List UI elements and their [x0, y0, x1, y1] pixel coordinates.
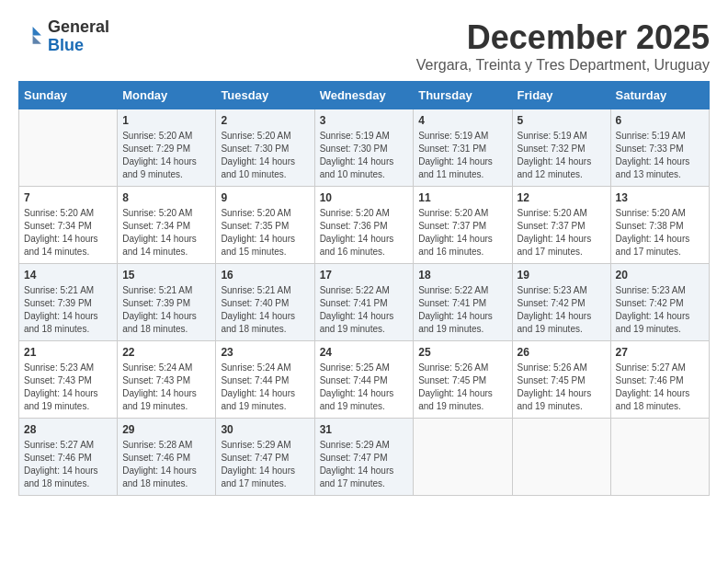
- day-info: Sunrise: 5:19 AM Sunset: 7:31 PM Dayligh…: [418, 130, 506, 181]
- day-number: 5: [518, 114, 606, 127]
- calendar-cell: 21 Sunrise: 5:23 AM Sunset: 7:43 PM Dayl…: [19, 341, 118, 419]
- calendar-cell: 29 Sunrise: 5:28 AM Sunset: 7:46 PM Dayl…: [118, 419, 216, 496]
- sunrise-text: Sunrise: 5:20 AM: [122, 208, 192, 218]
- sunrise-text: Sunrise: 5:20 AM: [122, 131, 192, 141]
- daylight-text: Daylight: 14 hours and 11 minutes.: [418, 156, 493, 179]
- sunset-text: Sunset: 7:34 PM: [24, 221, 92, 231]
- daylight-text: Daylight: 14 hours and 17 minutes.: [518, 234, 592, 257]
- day-number: 9: [221, 191, 309, 204]
- daylight-text: Daylight: 14 hours and 19 minutes.: [320, 388, 394, 411]
- sunset-text: Sunset: 7:43 PM: [122, 375, 190, 385]
- daylight-text: Daylight: 14 hours and 14 minutes.: [122, 234, 197, 257]
- sunrise-text: Sunrise: 5:19 AM: [320, 131, 390, 141]
- sunrise-text: Sunrise: 5:23 AM: [24, 362, 94, 373]
- calendar-cell: 8 Sunrise: 5:20 AM Sunset: 7:34 PM Dayli…: [118, 187, 216, 264]
- calendar-cell: [610, 419, 709, 496]
- daylight-text: Daylight: 14 hours and 18 minutes.: [24, 465, 98, 488]
- calendar-table: SundayMondayTuesdayWednesdayThursdayFrid…: [18, 81, 710, 496]
- sunset-text: Sunset: 7:34 PM: [122, 221, 190, 231]
- sunset-text: Sunset: 7:42 PM: [616, 298, 684, 308]
- day-info: Sunrise: 5:27 AM Sunset: 7:46 PM Dayligh…: [616, 362, 704, 413]
- calendar-cell: 20 Sunrise: 5:23 AM Sunset: 7:42 PM Dayl…: [610, 264, 709, 341]
- calendar-cell: 10 Sunrise: 5:20 AM Sunset: 7:36 PM Dayl…: [314, 187, 414, 264]
- day-info: Sunrise: 5:22 AM Sunset: 7:41 PM Dayligh…: [418, 284, 506, 336]
- sunset-text: Sunset: 7:31 PM: [418, 144, 486, 154]
- daylight-text: Daylight: 14 hours and 18 minutes.: [122, 465, 197, 488]
- daylight-text: Daylight: 14 hours and 18 minutes.: [221, 311, 295, 334]
- day-number: 27: [616, 346, 704, 359]
- day-info: Sunrise: 5:19 AM Sunset: 7:33 PM Dayligh…: [616, 130, 704, 181]
- day-info: Sunrise: 5:20 AM Sunset: 7:38 PM Dayligh…: [616, 207, 704, 259]
- day-info: Sunrise: 5:25 AM Sunset: 7:44 PM Dayligh…: [320, 362, 409, 413]
- day-info: Sunrise: 5:20 AM Sunset: 7:34 PM Dayligh…: [24, 207, 112, 259]
- day-number: 28: [24, 423, 112, 436]
- sunrise-text: Sunrise: 5:19 AM: [418, 131, 488, 141]
- day-number: 22: [122, 346, 210, 359]
- sunset-text: Sunset: 7:37 PM: [418, 221, 486, 231]
- calendar-cell: 5 Sunrise: 5:19 AM Sunset: 7:32 PM Dayli…: [512, 109, 610, 187]
- sunset-text: Sunset: 7:47 PM: [320, 453, 388, 463]
- calendar-cell: 4 Sunrise: 5:19 AM Sunset: 7:31 PM Dayli…: [414, 109, 512, 187]
- day-info: Sunrise: 5:19 AM Sunset: 7:32 PM Dayligh…: [518, 130, 606, 181]
- day-info: Sunrise: 5:20 AM Sunset: 7:29 PM Dayligh…: [122, 130, 210, 181]
- weekday-header-wednesday: Wednesday: [314, 82, 414, 109]
- day-info: Sunrise: 5:20 AM Sunset: 7:37 PM Dayligh…: [418, 207, 506, 259]
- day-number: 19: [518, 269, 606, 282]
- sunrise-text: Sunrise: 5:21 AM: [122, 285, 192, 295]
- calendar-cell: 9 Sunrise: 5:20 AM Sunset: 7:35 PM Dayli…: [216, 187, 314, 264]
- calendar-week-2: 7 Sunrise: 5:20 AM Sunset: 7:34 PM Dayli…: [19, 187, 710, 264]
- sunset-text: Sunset: 7:46 PM: [24, 453, 92, 463]
- sunrise-text: Sunrise: 5:23 AM: [518, 285, 587, 295]
- calendar-cell: 12 Sunrise: 5:20 AM Sunset: 7:37 PM Dayl…: [512, 187, 610, 264]
- sunrise-text: Sunrise: 5:25 AM: [320, 362, 390, 373]
- day-info: Sunrise: 5:29 AM Sunset: 7:47 PM Dayligh…: [221, 439, 309, 490]
- logo: General Blue: [18, 18, 109, 55]
- daylight-text: Daylight: 14 hours and 18 minutes.: [24, 311, 98, 334]
- daylight-text: Daylight: 14 hours and 18 minutes.: [122, 311, 197, 334]
- calendar-cell: 14 Sunrise: 5:21 AM Sunset: 7:39 PM Dayl…: [19, 264, 118, 341]
- daylight-text: Daylight: 14 hours and 19 minutes.: [518, 311, 592, 334]
- daylight-text: Daylight: 14 hours and 15 minutes.: [221, 234, 295, 257]
- daylight-text: Daylight: 14 hours and 12 minutes.: [518, 156, 592, 179]
- sunset-text: Sunset: 7:41 PM: [418, 298, 486, 308]
- day-info: Sunrise: 5:24 AM Sunset: 7:44 PM Dayligh…: [221, 362, 309, 413]
- calendar-cell: 1 Sunrise: 5:20 AM Sunset: 7:29 PM Dayli…: [118, 109, 216, 187]
- sunset-text: Sunset: 7:35 PM: [221, 221, 289, 231]
- day-number: 14: [24, 269, 112, 282]
- daylight-text: Daylight: 14 hours and 14 minutes.: [24, 234, 98, 257]
- calendar-cell: 19 Sunrise: 5:23 AM Sunset: 7:42 PM Dayl…: [512, 264, 610, 341]
- sunset-text: Sunset: 7:39 PM: [24, 298, 92, 308]
- daylight-text: Daylight: 14 hours and 9 minutes.: [122, 156, 197, 179]
- day-number: 1: [122, 114, 210, 127]
- daylight-text: Daylight: 14 hours and 18 minutes.: [616, 388, 690, 411]
- day-number: 8: [122, 191, 210, 204]
- sunset-text: Sunset: 7:45 PM: [518, 375, 586, 385]
- day-number: 30: [221, 423, 309, 436]
- day-info: Sunrise: 5:27 AM Sunset: 7:46 PM Dayligh…: [24, 439, 112, 490]
- sunrise-text: Sunrise: 5:21 AM: [24, 285, 94, 295]
- day-info: Sunrise: 5:26 AM Sunset: 7:45 PM Dayligh…: [418, 362, 506, 413]
- daylight-text: Daylight: 14 hours and 17 minutes.: [616, 234, 690, 257]
- sunset-text: Sunset: 7:46 PM: [122, 453, 190, 463]
- sunset-text: Sunset: 7:42 PM: [518, 298, 586, 308]
- sunrise-text: Sunrise: 5:19 AM: [616, 131, 686, 141]
- calendar-cell: 15 Sunrise: 5:21 AM Sunset: 7:39 PM Dayl…: [118, 264, 216, 341]
- day-info: Sunrise: 5:21 AM Sunset: 7:39 PM Dayligh…: [24, 284, 112, 336]
- daylight-text: Daylight: 14 hours and 10 minutes.: [320, 156, 394, 179]
- sunrise-text: Sunrise: 5:20 AM: [221, 208, 290, 218]
- sunrise-text: Sunrise: 5:22 AM: [320, 285, 390, 295]
- sunset-text: Sunset: 7:41 PM: [320, 298, 388, 308]
- calendar-cell: 31 Sunrise: 5:29 AM Sunset: 7:47 PM Dayl…: [314, 419, 414, 496]
- daylight-text: Daylight: 14 hours and 19 minutes.: [24, 388, 98, 411]
- calendar-cell: 24 Sunrise: 5:25 AM Sunset: 7:44 PM Dayl…: [314, 341, 414, 419]
- day-number: 10: [320, 191, 409, 204]
- calendar-cell: 6 Sunrise: 5:19 AM Sunset: 7:33 PM Dayli…: [610, 109, 709, 187]
- sunrise-text: Sunrise: 5:24 AM: [122, 362, 192, 373]
- calendar-cell: 11 Sunrise: 5:20 AM Sunset: 7:37 PM Dayl…: [414, 187, 512, 264]
- day-info: Sunrise: 5:20 AM Sunset: 7:37 PM Dayligh…: [518, 207, 606, 259]
- calendar-cell: 18 Sunrise: 5:22 AM Sunset: 7:41 PM Dayl…: [414, 264, 512, 341]
- weekday-header-monday: Monday: [118, 82, 216, 109]
- month-title: December 2025: [416, 18, 710, 57]
- calendar-week-1: 1 Sunrise: 5:20 AM Sunset: 7:29 PM Dayli…: [19, 109, 710, 187]
- day-number: 6: [616, 114, 704, 127]
